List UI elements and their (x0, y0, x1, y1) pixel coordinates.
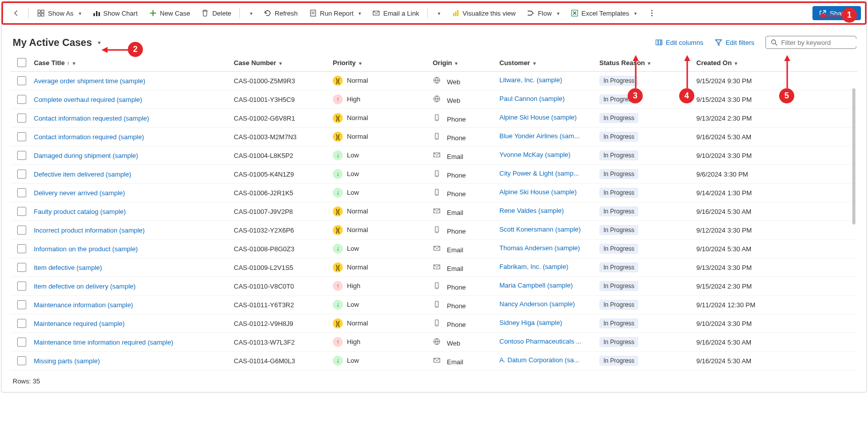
row-checkbox[interactable] (17, 338, 26, 347)
table-row[interactable]: Item defective on delivery (sample)CAS-0… (11, 277, 857, 296)
row-checkbox[interactable] (17, 282, 26, 291)
email-link-split-button[interactable]: ▾ (431, 8, 445, 19)
priority-text: Low (347, 301, 359, 308)
table-row[interactable]: Maintenance required (sample)CAS-01012-V… (11, 314, 857, 333)
table-row[interactable]: Maintenance time information required (s… (11, 333, 857, 352)
row-checkbox[interactable] (17, 319, 26, 328)
customer-link[interactable]: Yvonne McKay (sample) (499, 151, 571, 158)
case-title-link[interactable]: Item defective on delivery (sample) (34, 283, 136, 290)
priority-text: Normal (347, 133, 368, 140)
table-row[interactable]: Average order shipment time (sample)CAS-… (11, 72, 857, 90)
edit-columns-button[interactable]: Edit columns (655, 38, 703, 46)
case-title-link[interactable]: Contact information required (sample) (34, 133, 144, 141)
case-title-link[interactable]: Incorrect product information (sample) (34, 227, 145, 234)
customer-link[interactable]: A. Datum Corporation (sa... (499, 356, 579, 364)
new-case-button[interactable]: New Case (144, 7, 195, 20)
customer-link[interactable]: Alpine Ski House (sample) (499, 114, 577, 121)
case-title-link[interactable]: Maintenance time information required (s… (34, 339, 173, 346)
customer-link[interactable]: Paul Cannon (sample) (499, 95, 565, 102)
row-checkbox[interactable] (17, 132, 26, 141)
case-title-link[interactable]: Average order shipment time (sample) (34, 77, 145, 85)
back-button[interactable] (7, 7, 25, 20)
row-checkbox[interactable] (17, 76, 26, 85)
case-title-link[interactable]: Faulty product catalog (sample) (34, 208, 126, 215)
visualize-button[interactable]: Visualize this view (446, 7, 521, 20)
table-row[interactable]: Damaged during shipment (sample)CAS-0100… (11, 146, 857, 165)
vertical-scrollbar[interactable] (852, 88, 855, 225)
table-row[interactable]: Defective item delivered (sample)CAS-010… (11, 165, 857, 184)
phone-icon (433, 300, 441, 308)
customer-link[interactable]: Alpine Ski House (sample) (499, 188, 577, 196)
customer-link[interactable]: Fabrikam, Inc. (sample) (499, 263, 569, 270)
customer-link[interactable]: Rene Valdes (sample) (499, 207, 564, 214)
trash-icon (201, 9, 209, 17)
row-checkbox[interactable] (17, 207, 26, 216)
refresh-button[interactable]: Refresh (259, 7, 303, 20)
table-row[interactable]: Information on the product (sample)CAS-0… (11, 240, 857, 258)
column-header-customer[interactable]: Customer▾ (499, 59, 599, 67)
table-row[interactable]: Missing parts (sample)CAS-01014-G6M0L3↓L… (11, 352, 857, 370)
case-title-link[interactable]: Maintenance information (sample) (34, 301, 133, 309)
more-commands-button[interactable] (643, 7, 661, 20)
delete-split-button[interactable]: ▾ (243, 8, 258, 19)
row-checkbox[interactable] (17, 188, 26, 197)
row-checkbox[interactable] (17, 356, 26, 365)
column-header-origin[interactable]: Origin▾ (433, 59, 499, 67)
case-title-link[interactable]: Damaged during shipment (sample) (34, 152, 138, 159)
table-row[interactable]: Complete overhaul required (sample)CAS-0… (11, 90, 857, 109)
created-on-cell: 9/16/2024 5:30 AM (696, 339, 797, 346)
table-row[interactable]: Incorrect product information (sample)CA… (11, 221, 857, 240)
row-checkbox[interactable] (17, 95, 26, 104)
run-report-button[interactable]: Run Report▾ (304, 7, 366, 20)
show-chart-button[interactable]: Show Chart (87, 7, 143, 20)
customer-link[interactable]: Maria Campbell (sample) (499, 282, 573, 289)
customer-link[interactable]: Sidney Higa (sample) (499, 319, 562, 326)
customer-link[interactable]: Contoso Pharmaceuticals ... (499, 338, 582, 345)
view-selector[interactable]: My Active Cases▾ (13, 37, 100, 48)
case-title-link[interactable]: Complete overhaul required (sample) (34, 96, 142, 103)
origin-text: Email (447, 246, 464, 254)
case-title-link[interactable]: Maintenance required (sample) (34, 320, 125, 327)
keyword-filter[interactable] (765, 36, 856, 49)
case-title-link[interactable]: Item defective (sample) (34, 264, 102, 271)
case-title-link[interactable]: Information on the product (sample) (34, 245, 138, 253)
row-checkbox[interactable] (17, 300, 26, 309)
edit-filters-button[interactable]: Edit filters (714, 38, 754, 46)
priority-text: Normal (347, 226, 368, 234)
table-row[interactable]: Contact information required (sample)CAS… (11, 128, 857, 146)
customer-link[interactable]: Scott Konersmann (sample) (499, 226, 581, 233)
row-checkbox[interactable] (17, 226, 26, 235)
case-title-link[interactable]: Missing parts (sample) (34, 357, 100, 365)
column-header-title[interactable]: Case Title↑▾ (33, 59, 234, 67)
show-as-button[interactable]: Show As▾ (32, 7, 86, 20)
customer-link[interactable]: Litware, Inc. (sample) (499, 76, 562, 84)
table-row[interactable]: Delivery never arrived (sample)CAS-01006… (11, 184, 857, 202)
case-title-link[interactable]: Defective item delivered (sample) (34, 171, 131, 178)
callout-3: 3 (628, 88, 643, 103)
origin-text: Phone (447, 284, 466, 291)
select-all-checkbox[interactable] (17, 58, 26, 67)
row-checkbox[interactable] (17, 151, 26, 160)
customer-link[interactable]: Thomas Andersen (sample) (499, 244, 580, 252)
case-title-link[interactable]: Delivery never arrived (sample) (34, 189, 125, 197)
customer-link[interactable]: City Power & Light (samp... (499, 170, 579, 177)
row-checkbox[interactable] (17, 244, 26, 253)
excel-templates-button[interactable]: Excel Templates▾ (566, 7, 642, 20)
email-link-button[interactable]: Email a Link (367, 7, 424, 20)
column-header-case-number[interactable]: Case Number▾ (234, 59, 333, 67)
table-row[interactable]: Item defective (sample)CAS-01009-L2V1S5)… (11, 258, 857, 277)
column-header-priority[interactable]: Priority▾ (333, 59, 433, 67)
row-checkbox[interactable] (17, 263, 26, 272)
table-row[interactable]: Maintenance information (sample)CAS-0101… (11, 296, 857, 314)
customer-link[interactable]: Blue Yonder Airlines (sam... (499, 132, 580, 140)
customer-link[interactable]: Nancy Anderson (sample) (499, 300, 575, 308)
table-row[interactable]: Contact information requested (sample)CA… (11, 109, 857, 128)
table-row[interactable]: Faulty product catalog (sample)CAS-01007… (11, 202, 857, 221)
case-title-link[interactable]: Contact information requested (sample) (34, 115, 149, 122)
row-checkbox[interactable] (17, 170, 26, 179)
email-icon (433, 263, 441, 271)
row-checkbox[interactable] (17, 114, 26, 123)
delete-button[interactable]: Delete (196, 7, 236, 20)
flow-button[interactable]: Flow▾ (522, 7, 564, 20)
keyword-filter-input[interactable] (781, 39, 866, 46)
